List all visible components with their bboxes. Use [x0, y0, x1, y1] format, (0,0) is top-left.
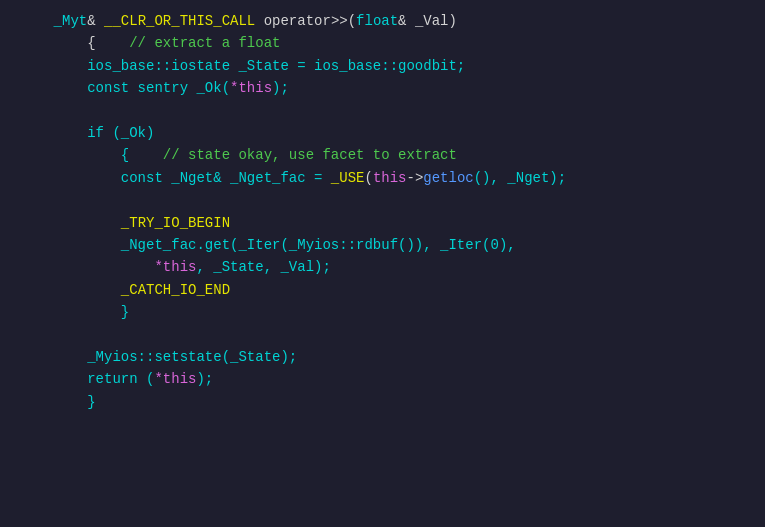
table-row: ios_base::iostate _State = ios_base::goo…	[20, 55, 745, 77]
table-row	[20, 323, 745, 345]
table-row: }	[20, 301, 745, 323]
table-row: _TRY_IO_BEGIN	[20, 212, 745, 234]
table-row	[20, 100, 745, 122]
code-editor: _Myt& __CLR_OR_THIS_CALL operator>>(floa…	[0, 0, 765, 527]
table-row: *this, _State, _Val);	[20, 256, 745, 278]
table-row: { // extract a float	[20, 32, 745, 54]
table-row: const sentry _Ok(*this);	[20, 77, 745, 99]
table-row: const _Nget& _Nget_fac = _USE(this->getl…	[20, 167, 745, 189]
table-row: }	[20, 391, 745, 413]
table-row: _Nget_fac.get(_Iter(_Myios::rdbuf()), _I…	[20, 234, 745, 256]
table-row: _Myt& __CLR_OR_THIS_CALL operator>>(floa…	[20, 10, 745, 32]
table-row	[20, 189, 745, 211]
table-row: _CATCH_IO_END	[20, 279, 745, 301]
table-row: { // state okay, use facet to extract	[20, 144, 745, 166]
code-content: _Myt& __CLR_OR_THIS_CALL operator>>(floa…	[20, 10, 745, 413]
table-row: if (_Ok)	[20, 122, 745, 144]
table-row: return (*this);	[20, 368, 745, 390]
table-row: _Myios::setstate(_State);	[20, 346, 745, 368]
